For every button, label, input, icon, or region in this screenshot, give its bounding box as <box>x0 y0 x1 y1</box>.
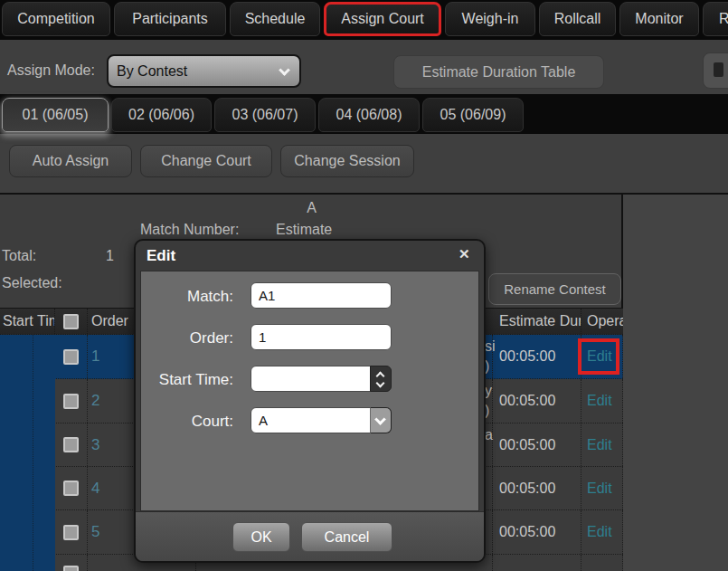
start-time-label: Start Time: <box>136 371 233 389</box>
match-label: Match: <box>136 288 233 306</box>
order-value: 1 <box>91 347 99 366</box>
estimate-duration-cell: 00:05:00 <box>493 335 581 378</box>
tab-rollcall[interactable]: Rollcall <box>539 2 616 36</box>
row-checkbox[interactable] <box>63 394 79 409</box>
order-value: 4 <box>91 480 99 498</box>
top-nav-bar: Competition Participants Schedule Assign… <box>0 0 728 40</box>
spinner-down-icon[interactable] <box>376 379 385 388</box>
row-checkbox-cell <box>55 467 88 509</box>
session-day-tab-bar: 01 (06/05) 02 (06/06) 03 (06/07) 04 (06/… <box>0 94 728 134</box>
court-value: A <box>259 413 268 428</box>
match-number-value: Estimate <box>276 222 332 238</box>
operation-cell: Edit <box>581 510 623 554</box>
court-dropdown-button[interactable] <box>370 407 392 433</box>
auto-assign-button[interactable]: Auto Assign <box>9 145 132 177</box>
estimate-duration-table-button[interactable]: Estimate Duration Table <box>393 55 604 89</box>
total-value: 1 <box>106 248 114 264</box>
cancel-button[interactable]: Cancel <box>301 522 392 552</box>
header-operation: Operation <box>581 309 623 334</box>
edit-highlight-box <box>578 338 619 375</box>
edit-dialog: Edit ✕ Match: Order: Start Time: Court: … <box>134 239 486 563</box>
order-value: 5 <box>91 523 99 541</box>
match-number-label: Match Number: <box>140 222 239 238</box>
tab-weigh-in[interactable]: Weigh-in <box>445 2 535 36</box>
close-icon[interactable]: ✕ <box>459 246 470 262</box>
order-label: Order: <box>136 329 233 347</box>
operation-cell <box>581 555 623 571</box>
row-checkbox-cell <box>55 379 88 423</box>
assign-mode-value: By Contest <box>117 63 187 80</box>
operation-cell: Edit <box>581 423 623 466</box>
court-label: Court: <box>136 413 233 431</box>
selected-label: Selected: <box>2 275 62 291</box>
unknown-icon <box>714 62 723 77</box>
divider <box>33 335 33 571</box>
estimate-duration-cell: 00:05:00 <box>493 423 581 466</box>
dialog-footer: OK Cancel <box>136 511 484 561</box>
day-tab-2[interactable]: 02 (06/06) <box>111 98 212 132</box>
estimate-duration-cell: 00:05:00 <box>493 467 581 509</box>
order-input[interactable] <box>251 324 392 350</box>
edit-link[interactable]: Edit <box>587 481 612 497</box>
day-tab-5[interactable]: 05 (06/09) <box>422 98 524 132</box>
change-session-button[interactable]: Change Session <box>280 145 414 177</box>
tab-assign-court[interactable]: Assign Court <box>324 2 441 36</box>
day-tab-3[interactable]: 03 (06/07) <box>214 98 316 132</box>
total-label: Total: <box>2 248 36 264</box>
row-checkbox[interactable] <box>63 566 79 571</box>
assign-mode-select[interactable]: By Contest <box>107 54 301 88</box>
header-checkbox-cell <box>55 309 88 334</box>
row-checkbox-cell <box>55 423 88 466</box>
chevron-down-icon <box>374 414 386 425</box>
header-start-time: Start Time <box>0 309 55 334</box>
edit-link[interactable]: Edit <box>587 437 612 453</box>
select-all-checkbox[interactable] <box>63 314 79 329</box>
order-value: 2 <box>91 392 99 410</box>
chevron-down-icon <box>279 64 290 76</box>
row-checkbox-cell <box>55 335 88 378</box>
edit-link[interactable]: Edit <box>587 393 612 409</box>
operation-cell: Edit <box>581 467 623 509</box>
day-tab-1[interactable]: 01 (06/05) <box>2 98 109 132</box>
court-name: A <box>0 200 623 216</box>
dialog-title: Edit <box>147 247 175 265</box>
tab-monitor[interactable]: Monitor <box>619 2 699 36</box>
operation-cell: Edit <box>581 379 623 423</box>
row-checkbox[interactable] <box>63 525 79 540</box>
start-time-merged-cell <box>0 335 55 571</box>
ok-button[interactable]: OK <box>232 522 290 552</box>
row-checkbox[interactable] <box>63 349 79 365</box>
tab-participants[interactable]: Participants <box>114 2 226 36</box>
tab-truncated[interactable]: R <box>703 2 728 36</box>
header-estimate-duration: Estimate Duration <box>493 309 581 334</box>
page-background <box>623 195 728 571</box>
truncated-icon-button[interactable] <box>703 52 728 89</box>
tab-schedule[interactable]: Schedule <box>230 2 320 36</box>
day-tab-4[interactable]: 04 (06/08) <box>318 98 420 132</box>
rename-contest-button[interactable]: Rename Contest <box>488 273 621 305</box>
match-input[interactable] <box>251 282 392 309</box>
estimate-duration-cell: 00:05:00 <box>493 379 581 423</box>
divider <box>623 193 728 195</box>
row-checkbox[interactable] <box>63 481 79 496</box>
change-court-button[interactable]: Change Court <box>140 145 272 177</box>
assign-mode-label: Assign Mode: <box>7 62 95 79</box>
tab-competition[interactable]: Competition <box>2 2 110 36</box>
time-spinner[interactable] <box>370 366 392 392</box>
order-value: 3 <box>91 436 99 454</box>
edit-link[interactable]: Edit <box>587 524 612 540</box>
row-checkbox[interactable] <box>63 437 79 452</box>
row-checkbox-cell <box>55 510 88 554</box>
estimate-duration-cell <box>493 555 581 571</box>
estimate-duration-cell: 00:05:00 <box>493 510 581 554</box>
